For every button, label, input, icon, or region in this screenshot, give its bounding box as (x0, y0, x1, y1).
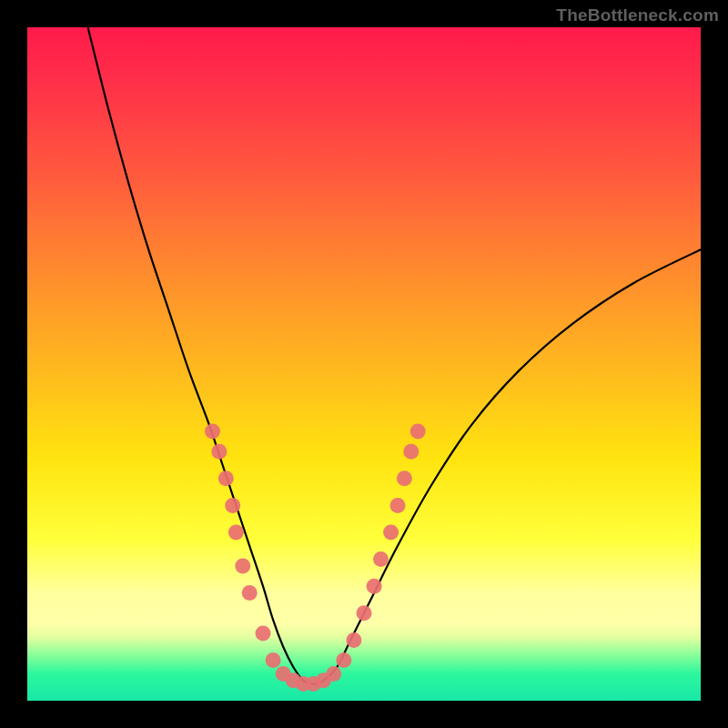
curve-marker (205, 424, 220, 440)
plot-area (27, 27, 701, 701)
chart-frame: TheBottleneck.com (0, 0, 728, 728)
curve-marker (235, 559, 250, 574)
curve-marker (383, 525, 399, 541)
curve-marker (410, 424, 426, 440)
curve-marker (326, 666, 341, 682)
curve-marker (397, 470, 412, 486)
curve-marker (357, 605, 372, 621)
bottleneck-curve (88, 27, 701, 684)
curve-marker (225, 498, 240, 513)
curve-marker (242, 585, 258, 601)
watermark-text: TheBottleneck.com (556, 5, 719, 25)
curve-marker (336, 652, 351, 668)
chart-svg (27, 27, 701, 701)
curve-marker (390, 498, 406, 513)
curve-marker (367, 579, 382, 594)
curve-marker (228, 525, 244, 541)
curve-marker (218, 470, 234, 486)
curve-marker (266, 652, 281, 668)
curve-marker (373, 551, 389, 567)
curve-marker (256, 626, 271, 642)
curve-marker (211, 444, 227, 460)
curve-marker (346, 632, 361, 648)
curve-marker (403, 444, 419, 460)
